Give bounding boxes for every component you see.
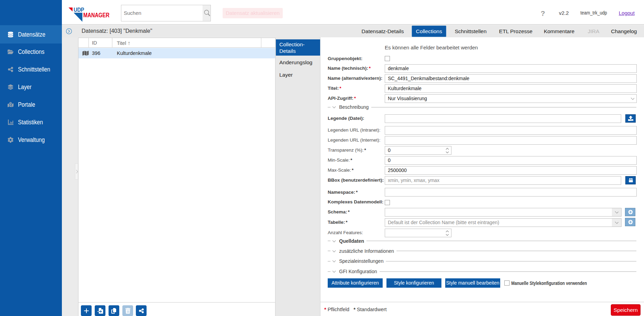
svg-text:MANAGER: MANAGER xyxy=(83,12,110,19)
svg-text:UDP: UDP xyxy=(74,7,84,13)
